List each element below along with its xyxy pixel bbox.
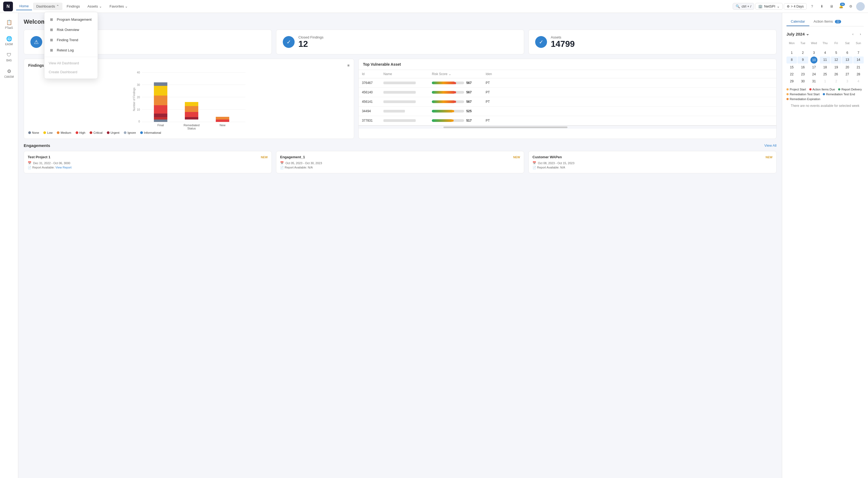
cal-day[interactable]	[820, 46, 830, 49]
cal-day-20[interactable]: 20	[842, 64, 852, 70]
cal-day[interactable]	[786, 46, 797, 49]
cal-day-28[interactable]: 28	[853, 71, 864, 78]
tab-calendar[interactable]: Calendar	[786, 17, 809, 26]
engagements-header: Engagements View All	[24, 143, 777, 148]
sidebar-item-easm[interactable]: 🌐 EASM	[2, 34, 17, 48]
cal-day-next-1[interactable]: 1	[820, 78, 830, 85]
cal-day-23[interactable]: 23	[798, 71, 808, 78]
notifications-button[interactable]: 🔔 36	[837, 2, 845, 11]
cal-day[interactable]	[842, 46, 852, 49]
dropdown-retest-log[interactable]: ⊞ Retest Log	[44, 45, 98, 55]
cal-day-next-2[interactable]: 2	[831, 78, 841, 85]
cal-day-12[interactable]: 12	[831, 57, 841, 63]
bar-rem-urgent	[185, 117, 198, 119]
grid-icon: ⊞	[49, 48, 54, 53]
tab-action-items[interactable]: Action Items 22	[809, 17, 845, 26]
cal-day-3[interactable]: 3	[809, 50, 819, 56]
cal-day-7[interactable]: 7	[853, 50, 864, 56]
cal-day-4[interactable]: 4	[820, 50, 830, 56]
cal-day-22[interactable]: 22	[786, 71, 797, 78]
cal-day-6[interactable]: 6	[842, 50, 852, 56]
cal-day-2[interactable]: 2	[798, 50, 808, 56]
nav-findings[interactable]: Findings	[63, 3, 83, 10]
legend-urgent: Urgent	[107, 131, 120, 134]
legend-report-delivery: Report Delivery	[838, 88, 862, 91]
remote-button[interactable]: 🖥	[827, 2, 836, 11]
workspace-selector[interactable]: 🏢 NetSPI ⌄	[755, 3, 783, 10]
cal-day-8[interactable]: 8	[786, 57, 797, 63]
help-button[interactable]: ?	[808, 2, 816, 11]
legend-dot-high	[75, 131, 78, 134]
stats-row: ⚠ Open Findings 37 ✓ Closed Findings 12 …	[24, 30, 777, 54]
svg-text:0: 0	[138, 120, 140, 123]
cal-day-header-tue: Tue	[798, 40, 808, 46]
cal-day-next-3[interactable]: 3	[842, 78, 852, 85]
cal-day-24[interactable]: 24	[809, 71, 819, 78]
col-risk-score[interactable]: Risk Score ⌄	[429, 70, 483, 78]
sidebar: 📋 PTaaS 🌐 EASM 🛡 BAS ⚙ CAASM	[0, 13, 18, 478]
legend-medium: Medium	[57, 131, 71, 134]
cal-day-header-thu: Thu	[820, 40, 830, 46]
page-title: Welcome to the Platform	[24, 18, 777, 25]
cal-day-19[interactable]: 19	[831, 64, 841, 70]
dropdown-program-management[interactable]: ⊞ Program Management	[44, 14, 98, 25]
user-avatar[interactable]	[856, 2, 865, 11]
bar-new-medium	[216, 117, 229, 119]
cal-day-10[interactable]: 10	[810, 57, 817, 63]
search-bar[interactable]: 🔍 ctrl + /	[733, 3, 754, 10]
cal-day-16[interactable]: 16	[798, 64, 808, 70]
cal-day-15[interactable]: 15	[786, 64, 797, 70]
dropdown-item-label: Program Management	[57, 18, 91, 22]
cal-day[interactable]	[831, 46, 841, 49]
dropdown-risk-overview[interactable]: ⊞ Risk Overview	[44, 25, 98, 35]
nav-dashboards[interactable]: Dashboards ⌃	[33, 3, 62, 10]
dropdown-finding-trend[interactable]: ⊞ Finding Trend	[44, 35, 98, 45]
cal-day-11[interactable]: 11	[820, 57, 830, 63]
cell-name	[380, 88, 429, 96]
cal-day-25[interactable]: 25	[820, 71, 830, 78]
cal-day[interactable]	[798, 46, 808, 49]
nav-home[interactable]: Home	[16, 2, 32, 10]
col-name: Name	[380, 70, 429, 78]
settings-button[interactable]: ⚙	[846, 2, 855, 11]
days-filter[interactable]: ⚙ > 4 Days	[784, 3, 807, 10]
cal-day-27[interactable]: 27	[842, 71, 852, 78]
cell-name	[380, 79, 429, 87]
chart-menu-icon[interactable]: ≡	[347, 63, 349, 67]
cal-day-21[interactable]: 21	[853, 64, 864, 70]
cal-day-29[interactable]: 29	[786, 78, 797, 85]
cal-next-button[interactable]: ›	[857, 31, 864, 37]
nav-favorites[interactable]: Favorites ⌄	[106, 3, 131, 10]
cal-day-5[interactable]: 5	[831, 50, 841, 56]
sidebar-item-ptaas[interactable]: 📋 PTaaS	[2, 17, 17, 31]
dropdown-create[interactable]: Create Dashboard	[44, 67, 98, 77]
cal-day-13[interactable]: 13	[842, 57, 852, 63]
cal-day[interactable]	[853, 46, 864, 49]
cal-day-31[interactable]: 31	[809, 78, 819, 85]
calendar-month[interactable]: July 2024 ⌄	[786, 31, 809, 36]
cal-day-9[interactable]: 9	[798, 57, 808, 63]
view-report-link[interactable]: View Report	[55, 166, 71, 169]
dropdown-view-all[interactable]: View All Dashboard	[44, 59, 98, 67]
cell-tag: PT	[483, 116, 499, 125]
download-button[interactable]: ⬇	[817, 2, 826, 11]
assets-label: Assets	[551, 35, 575, 39]
sidebar-item-caasm[interactable]: ⚙ CAASM	[2, 66, 17, 81]
legend-project-start: Project Start	[786, 88, 806, 91]
cal-prev-button[interactable]: ‹	[850, 31, 856, 37]
cell-tag: PT	[483, 97, 499, 106]
table-scrollbar[interactable]	[359, 125, 776, 129]
cal-day-18[interactable]: 18	[820, 64, 830, 70]
cal-day-next-4[interactable]: 4	[853, 78, 864, 85]
cal-day[interactable]	[809, 46, 819, 49]
cal-day-1[interactable]: 1	[786, 50, 797, 56]
sidebar-item-bas[interactable]: 🛡 BAS	[2, 50, 17, 64]
nav-assets[interactable]: Assets ⌄	[84, 3, 105, 10]
cal-day-14[interactable]: 14	[853, 57, 864, 63]
grid-icon: ⊞	[49, 17, 54, 22]
cal-day-30[interactable]: 30	[798, 78, 808, 85]
view-all-engagements[interactable]: View All	[765, 144, 777, 148]
cal-day-17[interactable]: 17	[809, 64, 819, 70]
cal-day-26[interactable]: 26	[831, 71, 841, 78]
legend-dot	[823, 93, 825, 95]
